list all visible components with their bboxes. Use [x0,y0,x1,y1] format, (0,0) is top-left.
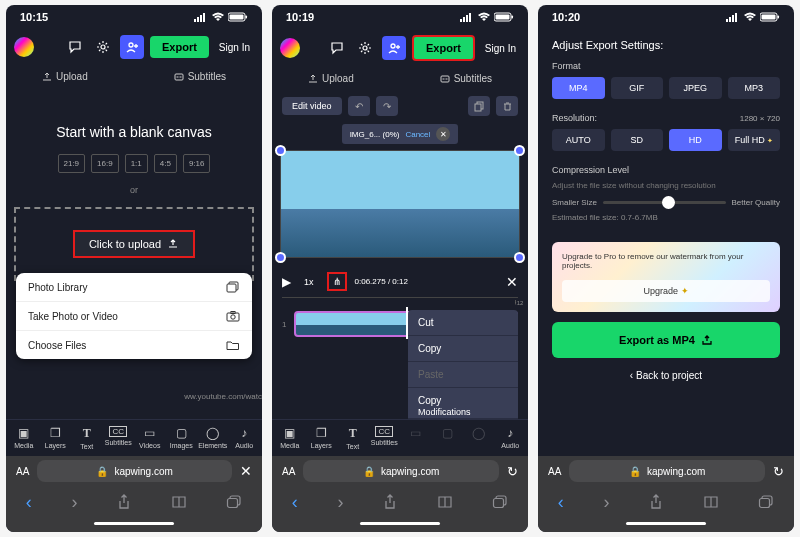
res-auto[interactable]: AUTO [552,129,605,151]
export-as-mp4-button[interactable]: Export as MP4 [552,322,780,358]
ctx-copy[interactable]: Copy [408,336,518,362]
close-icon[interactable]: ✕ [240,463,252,479]
forward-icon[interactable]: › [603,492,609,513]
delete-button[interactable] [496,96,518,116]
redo-button[interactable]: ↷ [376,96,398,116]
reload-icon[interactable]: ↻ [507,464,518,479]
take-photo-option[interactable]: Take Photo or Video [16,302,252,331]
tool-layers[interactable]: ❐Layers [41,426,69,450]
format-mp3[interactable]: MP3 [728,77,781,99]
tool-text[interactable]: TText [339,426,367,450]
subtitles-tab[interactable]: Subtitles [166,69,234,84]
edit-video-button[interactable]: Edit video [282,97,342,115]
back-icon[interactable]: ‹ [292,492,298,513]
tabs-icon[interactable] [226,495,242,509]
compression-slider[interactable] [603,201,726,204]
timeline-ruler[interactable]: :12 [282,297,518,307]
back-icon[interactable]: ‹ [558,492,564,513]
tool-audio[interactable]: ♪Audio [230,426,258,450]
split-tool-button[interactable]: ⋔ [327,272,347,291]
upload-tab[interactable]: Upload [300,71,362,86]
share-icon[interactable] [649,494,663,510]
bookmarks-icon[interactable] [171,495,187,509]
format-mp4[interactable]: MP4 [552,77,605,99]
copy-button[interactable] [468,96,490,116]
cancel-upload[interactable]: Cancel [405,130,430,139]
selection-handle[interactable] [514,145,525,156]
ctx-cut[interactable]: Cut [408,310,518,336]
subtitles-tab[interactable]: Subtitles [432,71,500,86]
ratio-option[interactable]: 1:1 [125,154,148,173]
tool-videos[interactable]: ▭Videos [136,426,164,450]
back-to-project-link[interactable]: ‹ Back to project [552,370,780,381]
export-button[interactable]: Export [412,35,475,61]
bookmarks-icon[interactable] [437,495,453,509]
signin-link[interactable]: Sign In [215,42,254,53]
chat-icon[interactable] [64,36,86,58]
video-icon: ▭ [144,426,155,440]
undo-button[interactable]: ↶ [348,96,370,116]
selection-handle[interactable] [275,252,286,263]
url-field[interactable]: 🔒 kapwing.com [37,460,232,482]
url-field[interactable]: 🔒kapwing.com [303,460,499,482]
settings-gear-icon[interactable] [354,37,376,59]
upload-cta[interactable]: Click to upload [73,230,195,258]
tool-images[interactable]: ▢Images [167,426,195,450]
ctx-paste: Paste [408,362,518,388]
tool-elements[interactable]: ◯Elements [199,426,227,450]
svg-rect-23 [512,16,514,19]
forward-icon[interactable]: › [337,492,343,513]
tool-media[interactable]: ▣Media [276,426,304,450]
forward-icon[interactable]: › [71,492,77,513]
tool-audio[interactable]: ♪Audio [496,426,524,450]
close-timeline-icon[interactable]: ✕ [506,274,518,290]
signin-link[interactable]: Sign In [481,43,520,54]
tool-subtitles[interactable]: CCSubtitles [370,426,398,450]
lock-icon: 🔒 [363,466,375,477]
tabs-icon[interactable] [492,495,508,509]
ctx-copy-mods[interactable]: CopyModifications [408,388,518,419]
tool-subtitles[interactable]: CCSubtitles [104,426,132,450]
tool-media[interactable]: ▣Media [10,426,38,450]
share-icon[interactable] [383,494,397,510]
app-logo[interactable] [14,37,34,57]
back-icon[interactable]: ‹ [26,492,32,513]
url-field[interactable]: 🔒kapwing.com [569,460,765,482]
selection-handle[interactable] [275,145,286,156]
upload-dropzone[interactable]: Click to upload [14,207,254,281]
ratio-option[interactable]: 4:5 [154,154,177,173]
app-logo[interactable] [280,38,300,58]
video-preview[interactable] [280,150,520,258]
tool-text[interactable]: TText [73,426,101,450]
tool-layers[interactable]: ❐Layers [307,426,335,450]
add-user-button[interactable] [120,35,144,59]
export-button[interactable]: Export [150,36,209,58]
zoom-level[interactable]: 1x [299,275,319,289]
res-sd[interactable]: SD [611,129,664,151]
upload-tab[interactable]: Upload [34,69,96,84]
selection-handle[interactable] [514,252,525,263]
text-size-icon[interactable]: AA [548,466,561,477]
reload-icon[interactable]: ↻ [773,464,784,479]
add-user-button[interactable] [382,36,406,60]
ratio-option[interactable]: 9:16 [183,154,211,173]
settings-gear-icon[interactable] [92,36,114,58]
text-size-icon[interactable]: AA [16,466,29,477]
ratio-option[interactable]: 21:9 [58,154,86,173]
photo-library-option[interactable]: Photo Library [16,273,252,302]
text-size-icon[interactable]: AA [282,466,295,477]
upgrade-button[interactable]: Upgrade ✦ [562,280,770,302]
ratio-option[interactable]: 16:9 [91,154,119,173]
share-icon[interactable] [117,494,131,510]
res-hd[interactable]: HD [669,129,722,151]
format-gif[interactable]: GIF [611,77,664,99]
tabs-icon[interactable] [758,495,774,509]
play-button[interactable]: ▶ [282,275,291,289]
close-icon[interactable]: ✕ [436,127,450,141]
choose-files-option[interactable]: Choose Files [16,331,252,359]
slider-thumb[interactable] [662,196,675,209]
format-jpeg[interactable]: JPEG [669,77,722,99]
chat-icon[interactable] [326,37,348,59]
res-fullhd[interactable]: Full HD [728,129,781,151]
bookmarks-icon[interactable] [703,495,719,509]
